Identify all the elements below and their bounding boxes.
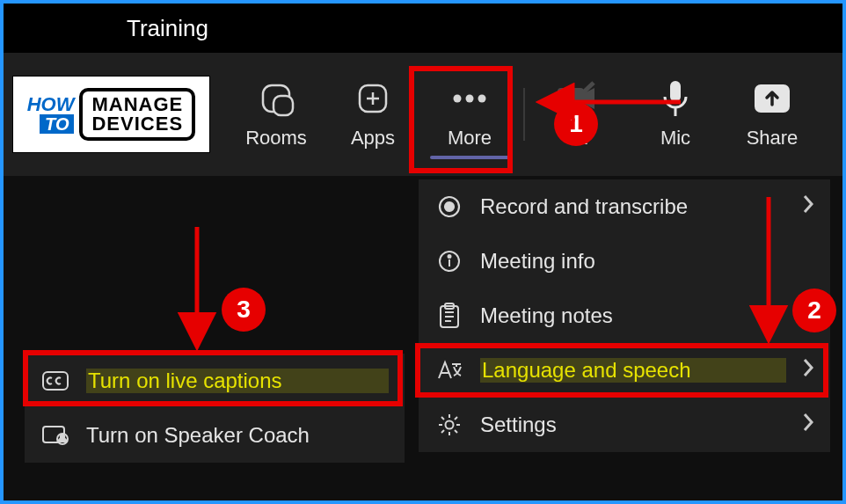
toolbar-divider <box>523 88 525 141</box>
camera-button[interactable]: ra <box>530 66 627 163</box>
share-icon <box>752 79 792 118</box>
more-icon <box>450 79 489 118</box>
svg-point-6 <box>466 95 474 103</box>
svg-point-13 <box>445 202 454 211</box>
site-logo: HOW TO MANAGE DEVICES <box>12 76 210 153</box>
meeting-toolbar: HOW TO MANAGE DEVICES Rooms <box>4 53 842 176</box>
rooms-label: Rooms <box>245 127 307 150</box>
notes-icon <box>434 303 464 329</box>
info-icon <box>434 249 464 274</box>
more-active-indicator <box>430 156 509 159</box>
rooms-button[interactable]: Rooms <box>228 66 325 163</box>
info-label: Meeting info <box>480 249 814 274</box>
mic-icon <box>662 79 689 118</box>
mic-button[interactable]: Mic <box>627 66 724 163</box>
record-icon <box>434 194 464 219</box>
more-menu: Record and transcribe Meeting info <box>419 179 830 452</box>
rooms-icon <box>258 79 295 118</box>
svg-point-22 <box>446 421 454 429</box>
teams-meeting-window: Training HOW TO MANAGE DEVICES Rooms <box>0 0 846 504</box>
language-icon <box>434 359 464 382</box>
chevron-right-icon <box>802 412 814 438</box>
camera-label: ra <box>570 127 587 150</box>
svg-rect-1 <box>273 96 293 115</box>
settings-icon <box>434 413 464 437</box>
speaker-coach-label: Turn on Speaker Coach <box>86 423 389 448</box>
menu-item-captions[interactable]: Turn on live captions <box>25 354 405 408</box>
speaker-coach-icon <box>40 423 70 448</box>
record-label: Record and transcribe <box>480 194 786 219</box>
menu-item-notes[interactable]: Meeting notes <box>419 289 830 343</box>
apps-button[interactable]: Apps <box>325 66 421 163</box>
chevron-right-icon <box>802 357 814 383</box>
menu-item-speaker-coach[interactable]: Turn on Speaker Coach <box>25 408 405 463</box>
logo-devices: DEVICES <box>91 114 183 134</box>
meeting-title: Training <box>127 15 208 42</box>
svg-point-5 <box>454 95 462 103</box>
logo-manage: MANAGE <box>91 95 183 114</box>
menu-item-language[interactable]: Language and speech <box>419 343 830 398</box>
mic-label: Mic <box>660 127 690 150</box>
menu-item-settings[interactable]: Settings <box>419 398 830 452</box>
more-label: More <box>448 127 492 150</box>
logo-how: HOW <box>27 95 75 114</box>
language-submenu: Turn on live captions Turn on Speaker Co… <box>25 354 405 463</box>
apps-label: Apps <box>351 127 395 150</box>
captions-label: Turn on live captions <box>86 369 389 393</box>
notes-label: Meeting notes <box>480 303 814 328</box>
svg-point-7 <box>478 95 486 103</box>
menus-area: Record and transcribe Meeting info <box>7 179 839 497</box>
language-label: Language and speech <box>480 358 786 383</box>
camera-off-icon <box>558 79 599 118</box>
menu-item-info[interactable]: Meeting info <box>419 234 830 289</box>
more-button[interactable]: More <box>421 66 518 163</box>
svg-point-15 <box>449 255 451 258</box>
share-label: Share <box>747 127 799 150</box>
settings-label: Settings <box>480 413 786 437</box>
share-button[interactable]: Share <box>724 66 820 163</box>
menu-item-record[interactable]: Record and transcribe <box>419 179 830 234</box>
chevron-right-icon <box>802 194 814 220</box>
logo-to: TO <box>40 114 74 134</box>
apps-icon <box>354 79 391 118</box>
title-bar: Training <box>4 4 842 53</box>
svg-rect-9 <box>670 81 681 102</box>
captions-icon <box>40 369 70 392</box>
